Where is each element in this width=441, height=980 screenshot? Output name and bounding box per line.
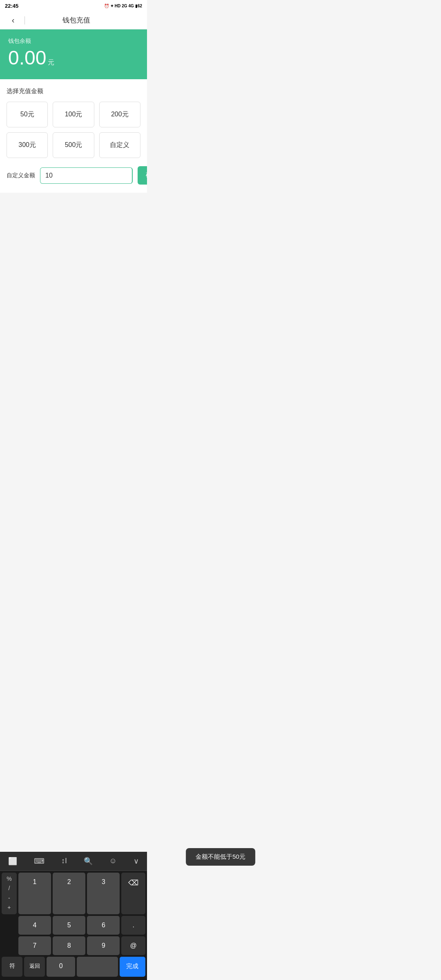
balance-amount: 0.00 元: [8, 48, 139, 68]
status-icons: ⏰ ✦ HD 2G 4G ▮62: [104, 4, 142, 8]
balance-unit: 元: [48, 58, 54, 67]
hd-icon: HD: [115, 4, 120, 8]
balance-number: 0.00: [8, 48, 46, 68]
status-time: 22:45: [5, 3, 18, 9]
custom-label: 自定义金额: [7, 172, 35, 179]
section-title: 选择充值金额: [7, 87, 140, 95]
page-title: 钱包充值: [30, 16, 122, 25]
amount-btn-500[interactable]: 500元: [53, 132, 94, 158]
balance-header: 钱包余额 0.00 元: [0, 29, 147, 79]
back-button[interactable]: ‹: [7, 14, 20, 27]
custom-amount-input[interactable]: [40, 167, 133, 184]
top-nav: ‹ 钱包充值: [0, 11, 147, 29]
battery-icon: ▮62: [135, 4, 142, 8]
signal-2g-icon: 2G: [122, 4, 127, 8]
amount-grid: 50元 100元 200元 300元 500元 自定义: [7, 102, 140, 158]
nav-divider: [24, 16, 25, 24]
amount-btn-200[interactable]: 200元: [99, 102, 140, 127]
amount-btn-custom[interactable]: 自定义: [99, 132, 140, 158]
custom-amount-row: 自定义金额 确认: [7, 166, 140, 185]
recharge-section: 选择充值金额 50元 100元 200元 300元 500元 自定义 自定义金额…: [0, 79, 147, 193]
signal-4g-icon: 4G: [129, 4, 134, 8]
bluetooth-icon: ✦: [110, 4, 114, 8]
balance-label: 钱包余额: [8, 38, 139, 45]
confirm-button[interactable]: 确认: [138, 166, 147, 185]
alarm-icon: ⏰: [104, 4, 109, 8]
status-bar: 22:45 ⏰ ✦ HD 2G 4G ▮62: [0, 0, 147, 11]
amount-btn-100[interactable]: 100元: [53, 102, 94, 127]
amount-btn-300[interactable]: 300元: [7, 132, 48, 158]
amount-btn-50[interactable]: 50元: [7, 102, 48, 127]
